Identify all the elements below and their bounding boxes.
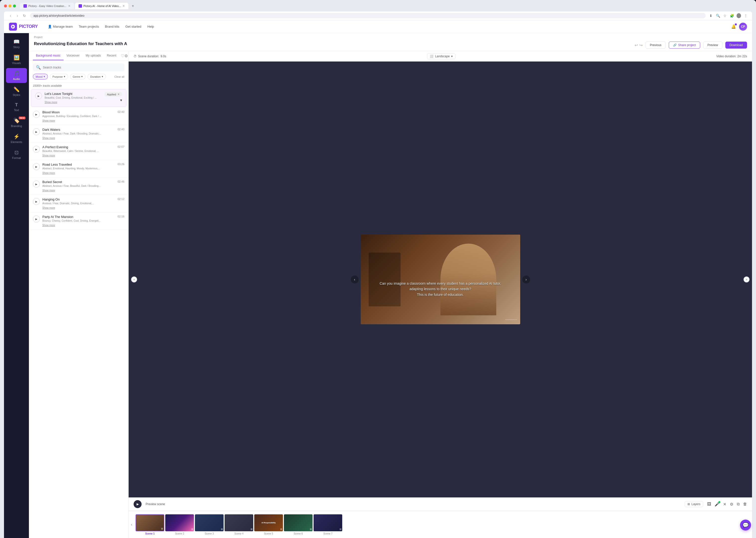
track-show-more-2[interactable]: Show more [42, 119, 55, 122]
scene-image-2[interactable]: ⊞ [165, 514, 194, 531]
reload-button[interactable]: ↻ [22, 13, 27, 18]
scene-image-7[interactable]: ⊞ [314, 514, 342, 531]
track-show-more-6[interactable]: Show more [42, 189, 55, 192]
scene-thumb-1[interactable]: ⊞ Scene 1 [136, 514, 164, 535]
layout-selector[interactable]: ⬜ Landscape ▾ [427, 53, 455, 59]
duration-filter[interactable]: Duration ▾ [87, 74, 106, 80]
sidebar-item-story[interactable]: 📖 Story [6, 36, 27, 51]
back-button[interactable]: ‹ [8, 13, 13, 18]
track-show-more-4[interactable]: Show more [42, 154, 55, 157]
help-button[interactable]: Help [147, 25, 154, 28]
scene-thumb-4[interactable]: ⊞ Scene 4 [225, 514, 253, 535]
browser-tab-1[interactable]: Pictory - Easy Video Creation... ✕ [20, 3, 74, 9]
play-button-8[interactable]: ▶ [33, 215, 40, 222]
search-input[interactable] [43, 66, 121, 69]
heart-icon-1[interactable]: ♥ [120, 98, 122, 102]
new-tab-button[interactable]: + [129, 3, 136, 10]
mood-filter[interactable]: Mood ▾ [33, 74, 48, 80]
minimize-window-button[interactable] [9, 5, 12, 8]
download-button[interactable]: Download [725, 42, 747, 49]
track-show-more-7[interactable]: Show more [42, 206, 55, 209]
play-preview-button[interactable]: ▶ [134, 500, 142, 508]
tab-my-uploads[interactable]: My uploads [83, 51, 104, 60]
sidebar-item-branding[interactable]: NEW 🏷️ Branding [6, 115, 27, 130]
sidebar-item-visuals[interactable]: 🖼️ Visuals [6, 52, 27, 67]
clear-all-button[interactable]: Clear all [114, 75, 124, 78]
add-scene-left-button[interactable]: + [131, 277, 137, 283]
prev-scene-arrow[interactable]: ‹ [351, 276, 359, 284]
add-scene-right-button[interactable]: + [743, 277, 749, 283]
scene-thumb-6[interactable]: ⊞ Scene 6 [284, 514, 313, 535]
settings-control-icon[interactable]: ⚙ [730, 502, 733, 507]
sidebar-item-text[interactable]: T Text [6, 100, 27, 114]
scene-thumb-3[interactable]: ⊞ Scene 3 [195, 514, 224, 535]
sidebar-item-format[interactable]: ⊡ Format [6, 147, 27, 162]
sidebar-item-elements[interactable]: ⚡ Elements [6, 131, 27, 146]
play-button-3[interactable]: ▶ [33, 128, 40, 135]
play-button-5[interactable]: ▶ [33, 163, 40, 170]
audio-settings-icon[interactable]: ⚙ [124, 54, 128, 58]
play-button-1[interactable]: ▶ [35, 92, 42, 99]
play-button-6[interactable]: ▶ [33, 181, 40, 188]
scene-image-6[interactable]: ⊞ [284, 514, 313, 531]
track-item-6[interactable]: ▶ Buried Secret Abstract, Anxious / Fear… [29, 178, 128, 195]
previous-button[interactable]: Previous [646, 42, 666, 49]
scene-thumb-5[interactable]: AI Responsibility ⊞ Scene 5 [254, 514, 283, 535]
genre-filter[interactable]: Genre ▾ [70, 74, 86, 80]
team-projects-button[interactable]: Team projects [79, 25, 99, 28]
scene-image-1[interactable]: ⊞ [136, 514, 164, 531]
duplicate-control-icon[interactable]: ⧉ [737, 502, 739, 507]
tab-voiceover[interactable]: Voiceover [64, 51, 83, 60]
manage-team-button[interactable]: 👤 Manage team [48, 25, 73, 28]
track-item-8[interactable]: ▶ Party At The Mansion Bouncy, Cheesy, C… [29, 212, 128, 230]
tab-close-1[interactable]: ✕ [68, 4, 71, 8]
scene-image-4[interactable]: ⊞ [225, 514, 253, 531]
track-show-more-5[interactable]: Show more [42, 172, 55, 174]
logo-area[interactable]: PICTORY [9, 23, 38, 30]
preview-button[interactable]: Preview [703, 42, 722, 49]
timeline-prev-button[interactable]: ‹ [129, 522, 135, 527]
track-item-7[interactable]: ▶ Hanging On Anxious / Fear, Dramatic, D… [29, 195, 128, 212]
track-show-more-3[interactable]: Show more [42, 137, 55, 139]
sidebar-item-styles[interactable]: ✏️ Styles [6, 84, 27, 99]
browser-tab-2[interactable]: Pictory.AI - Home of AI Video... ✕ [75, 3, 129, 9]
text-control-icon[interactable]: ✕ [723, 502, 727, 507]
tab-close-2[interactable]: ✕ [122, 4, 125, 8]
chat-support-button[interactable]: 💬 [740, 519, 751, 530]
brand-kits-button[interactable]: Brand kits [105, 25, 119, 28]
scene-image-5[interactable]: AI Responsibility ⊞ [254, 514, 283, 531]
get-started-button[interactable]: Get started [125, 25, 141, 28]
search-icon[interactable]: 🔍 [716, 14, 720, 18]
track-item-4[interactable]: ▶ A Perfect Evening Beautiful, Bitterswe… [29, 143, 128, 160]
tab-background-music[interactable]: Background music [33, 51, 64, 60]
next-scene-arrow[interactable]: › [522, 276, 530, 284]
download-page-icon[interactable]: ⬇ [709, 14, 713, 18]
purpose-filter[interactable]: Purpose ▾ [50, 74, 68, 80]
extensions-icon[interactable]: 🧩 [729, 14, 734, 18]
forward-button[interactable]: › [15, 13, 20, 18]
tab-recent[interactable]: Recent [104, 51, 119, 60]
scene-thumb-2[interactable]: ⊞ Scene 2 [165, 514, 194, 535]
track-item-1[interactable]: ▶ Let's Leave Tonight Beautiful, Cool, D… [31, 89, 126, 107]
undo-button[interactable]: ↩ [635, 43, 638, 48]
remove-applied-button[interactable]: ✕ [117, 93, 120, 96]
sidebar-item-audio[interactable]: 🎵 Audio [6, 68, 27, 83]
bookmark-icon[interactable]: ☆ [723, 14, 727, 18]
notifications-button[interactable]: 🔔 [731, 24, 736, 29]
menu-icon[interactable]: ⋮ [743, 14, 748, 18]
delete-control-icon[interactable]: 🗑 [743, 502, 747, 507]
track-item-3[interactable]: ▶ Dark Waters Abstract, Anxious / Fear, … [29, 125, 128, 143]
maximize-window-button[interactable] [13, 5, 16, 8]
profile-icon[interactable] [736, 14, 741, 18]
close-window-button[interactable] [4, 5, 7, 8]
layers-button[interactable]: ⊞ Layers [685, 501, 703, 507]
track-item-2[interactable]: ▶ Blood Moon Aggressive, Building / Esca… [29, 108, 128, 125]
url-input[interactable]: app.pictory.ai/storyboard/articletovideo [30, 13, 706, 19]
redo-button[interactable]: ↪ [639, 43, 643, 48]
play-button-2[interactable]: ▶ [33, 111, 40, 118]
track-show-more-1[interactable]: Show more [45, 101, 57, 104]
favorites-heart-icon[interactable]: ♡ [121, 54, 124, 58]
scene-thumb-7[interactable]: ⊞ Scene 7 [314, 514, 342, 535]
user-avatar[interactable]: CP [739, 23, 747, 30]
play-button-4[interactable]: ▶ [33, 146, 40, 153]
